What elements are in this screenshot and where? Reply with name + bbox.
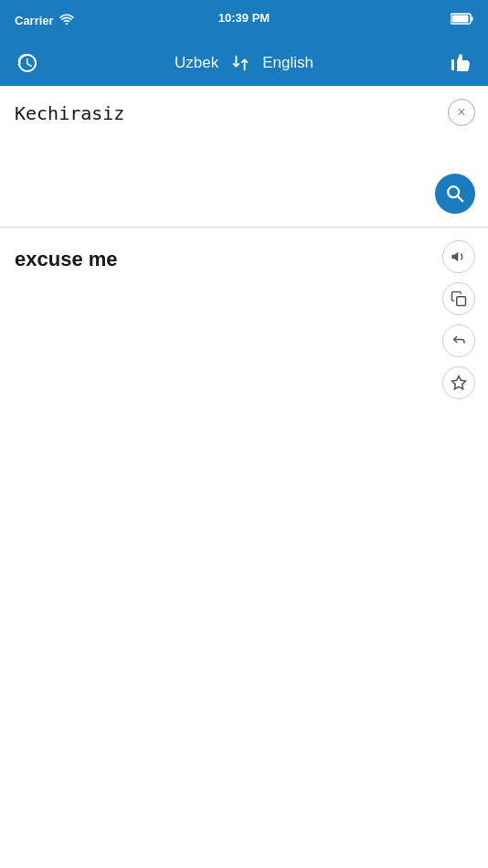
source-language-label[interactable]: Uzbek (175, 54, 218, 72)
source-text-input[interactable] (15, 101, 442, 203)
output-area: excuse me (0, 228, 488, 429)
wifi-icon (59, 14, 74, 27)
svg-marker-5 (452, 252, 459, 262)
clear-button[interactable]: × (448, 99, 475, 126)
svg-rect-6 (457, 297, 466, 306)
star-icon (451, 375, 467, 391)
action-buttons (442, 240, 475, 399)
share-button[interactable] (442, 324, 475, 357)
translated-text: excuse me (15, 246, 433, 274)
search-icon (445, 184, 465, 204)
svg-line-4 (458, 196, 463, 202)
volume-icon (451, 249, 467, 265)
thumbs-up-button[interactable] (446, 48, 475, 78)
share-icon (451, 333, 467, 349)
battery-icon (451, 12, 473, 28)
nav-bar: Uzbek English (0, 40, 488, 86)
swap-languages-button[interactable] (228, 50, 253, 76)
clear-icon: × (457, 105, 465, 120)
language-selector: Uzbek English (175, 50, 313, 76)
copy-button[interactable] (442, 282, 475, 315)
history-button[interactable] (13, 48, 42, 78)
status-bar-left: Carrier (15, 14, 74, 27)
favorite-button[interactable] (442, 366, 475, 399)
status-bar: Carrier 10:39 PM (0, 0, 488, 40)
svg-rect-1 (452, 16, 469, 23)
carrier-label: Carrier (15, 14, 54, 27)
translate-button[interactable] (435, 174, 475, 214)
status-time: 10:39 PM (218, 11, 270, 25)
input-area: × (0, 86, 488, 228)
svg-marker-7 (452, 376, 466, 389)
copy-icon (451, 291, 467, 307)
svg-rect-2 (472, 16, 473, 21)
audio-button[interactable] (442, 240, 475, 273)
target-language-label[interactable]: English (262, 54, 313, 72)
empty-area (0, 429, 488, 868)
